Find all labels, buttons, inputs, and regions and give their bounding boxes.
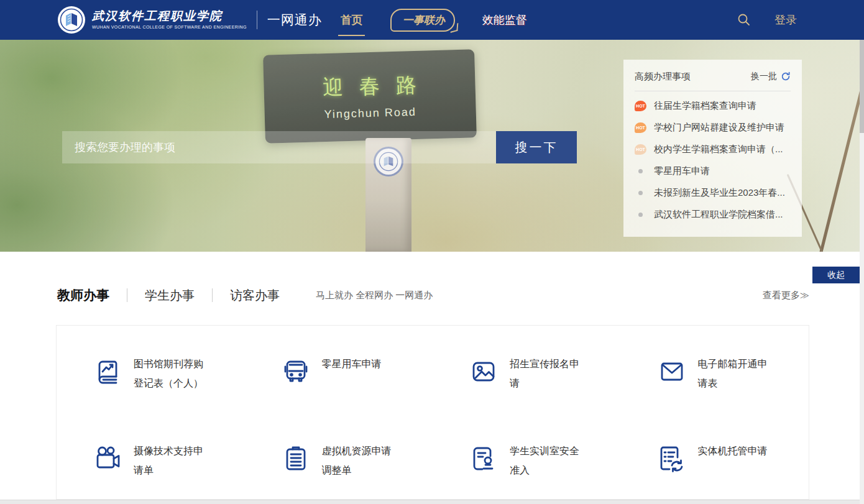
nav-item-supervision[interactable]: 效能监督 (482, 12, 527, 27)
nav-links: 首页 一事联办 效能监督 (341, 9, 527, 32)
school-name-cn: 武汉软件工程职业学院 (92, 10, 247, 23)
hot-panel-title: 高频办理事项 (635, 71, 691, 83)
road-sign-cn: 迎春路 (306, 71, 433, 103)
hot-badge-icon: HOT (635, 144, 646, 155)
mail-icon (657, 357, 687, 387)
school-logo-icon[interactable] (57, 6, 86, 34)
image-icon (469, 357, 499, 387)
service-card[interactable]: 图书馆期刊荐购登记表（个人） (57, 326, 245, 413)
top-navbar: 武汉软件工程职业学院 WUHAN VOCATIONAL COLLEGE OF S… (0, 0, 864, 40)
service-card-label: 电子邮箱开通申请表 (698, 354, 774, 393)
refresh-batch-button[interactable]: 换一批 (751, 71, 791, 82)
bus-icon (281, 357, 311, 387)
service-card[interactable]: 学生实训室安全准入 (433, 413, 621, 500)
service-card[interactable]: 电子邮箱开通申请表 (621, 326, 809, 413)
bullet-dot-icon (638, 191, 643, 195)
hot-item[interactable]: HOT 校内学生学籍档案查询申请（... (635, 139, 791, 160)
hero-banner: 迎春路 Yingchun Road 搜一下 高频办理事项 换一批 (0, 40, 860, 252)
road-sign: 迎春路 Yingchun Road (263, 49, 477, 143)
hero-search-bar: 搜一下 (62, 131, 577, 163)
service-card-label: 实体机托管申请 (698, 441, 774, 460)
tab-divider (212, 288, 213, 302)
services-tabs-row: 教师办事 学生办事 访客办事 马上就办 全程网办 一网通办 查看更多≫ (57, 283, 809, 308)
service-card-label: 招生宣传报名申请 (510, 354, 586, 393)
document-stamp-icon (469, 444, 499, 474)
divider (635, 91, 791, 91)
hot-item-label: 零星用车申请 (654, 165, 710, 177)
document-sync-icon (657, 444, 687, 474)
tab-visitor-services[interactable]: 访客办事 (230, 287, 280, 304)
footer-strip (0, 500, 860, 504)
portal-name: 一网通办 (267, 11, 322, 29)
hot-item[interactable]: 零星用车申请 (635, 160, 791, 182)
scrollbar-thumb[interactable] (860, 40, 864, 133)
hot-items-panel: 高频办理事项 换一批 HOT 往届生学籍档案查询申请 HOT 学校门户网站群建设… (623, 60, 802, 237)
search-icon[interactable] (737, 13, 751, 27)
refresh-icon (781, 71, 791, 81)
service-card[interactable]: 零星用车申请 (245, 326, 433, 413)
services-slogan: 马上就办 全程网办 一网通办 (316, 290, 433, 301)
collapse-button[interactable]: 收起 (812, 267, 860, 283)
book-chart-icon (93, 357, 122, 387)
search-input[interactable] (62, 131, 496, 163)
bullet-dot-icon (638, 213, 643, 217)
scrollbar[interactable] (860, 40, 864, 504)
school-name-en: WUHAN VOCATIONAL COLLEGE OF SOFTWARE AND… (92, 25, 247, 30)
service-card-label: 摄像技术支持申请单 (134, 441, 209, 480)
hot-badge-icon: HOT (635, 122, 646, 133)
search-go-button[interactable]: 搜一下 (496, 131, 577, 163)
service-cards-grid: 图书馆期刊荐购登记表（个人） 零星用车申请 (56, 325, 809, 500)
service-card-label: 学生实训室安全准入 (510, 441, 586, 480)
refresh-batch-label: 换一批 (751, 71, 777, 82)
school-name-block[interactable]: 武汉软件工程职业学院 WUHAN VOCATIONAL COLLEGE OF S… (92, 10, 247, 30)
service-card[interactable]: 实体机托管申请 (621, 413, 809, 500)
video-camera-icon (93, 444, 122, 474)
clipboard-icon (281, 444, 311, 474)
road-sign-en: Yingchun Road (324, 106, 416, 121)
service-card-label: 零星用车申请 (322, 354, 398, 373)
hot-item[interactable]: 武汉软件工程职业学院档案借... (635, 204, 791, 226)
tab-teacher-services[interactable]: 教师办事 (57, 286, 109, 304)
portal-homepage: 武汉软件工程职业学院 WUHAN VOCATIONAL COLLEGE OF S… (0, 0, 864, 504)
hot-item[interactable]: HOT 往届生学籍档案查询申请 (635, 95, 791, 117)
service-card[interactable]: 虚拟机资源申请调整单 (245, 413, 433, 500)
hot-item-label: 学校门户网站群建设及维护申请 (654, 122, 784, 134)
hot-badge-icon: HOT (635, 101, 646, 111)
service-card[interactable]: 摄像技术支持申请单 (57, 413, 245, 500)
hot-item[interactable]: 未报到新生及毕业生2023年春... (635, 182, 791, 204)
service-card-label: 虚拟机资源申请调整单 (322, 441, 398, 480)
tab-student-services[interactable]: 学生办事 (145, 287, 195, 304)
view-more-link[interactable]: 查看更多≫ (763, 290, 809, 301)
nav-item-joint-services[interactable]: 一事联办 (390, 9, 455, 32)
hot-item[interactable]: HOT 学校门户网站群建设及维护申请 (635, 117, 791, 139)
bullet-dot-icon (638, 169, 643, 173)
login-button[interactable]: 登录 (774, 12, 797, 27)
branch-decoration (816, 80, 860, 252)
service-card[interactable]: 招生宣传报名申请 (433, 326, 621, 413)
navbar-divider (257, 11, 257, 29)
hot-item-label: 武汉软件工程职业学院档案借... (654, 209, 783, 221)
tab-divider (127, 288, 127, 302)
service-card-label: 图书馆期刊荐购登记表（个人） (134, 354, 209, 393)
hot-item-label: 未报到新生及毕业生2023年春... (654, 187, 785, 199)
hot-item-label: 往届生学籍档案查询申请 (654, 100, 756, 112)
nav-item-home[interactable]: 首页 (341, 12, 363, 27)
hot-item-label: 校内学生学籍档案查询申请（... (654, 144, 783, 155)
